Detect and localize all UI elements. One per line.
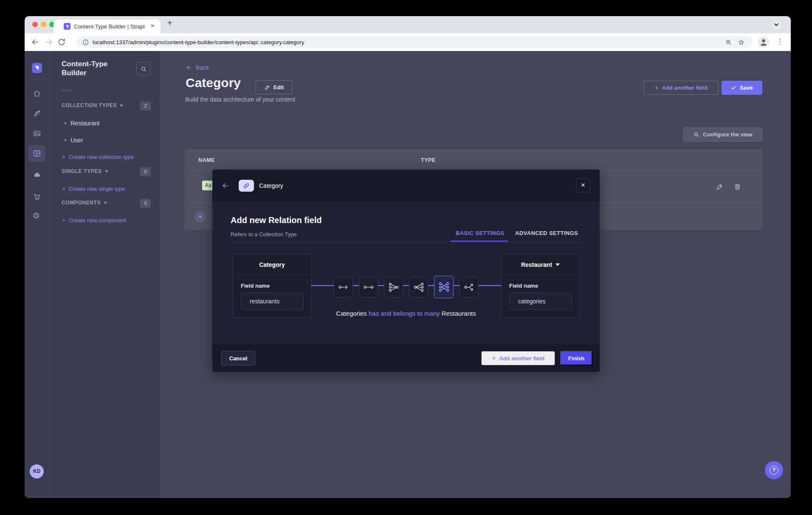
modal-breadcrumb: Category [259,182,283,189]
content-manager-feather-icon[interactable] [33,109,41,118]
chevron-down-icon [555,263,560,266]
browser-tab[interactable]: Content-Type Builder | Strapi ✕ [54,20,161,33]
modal-footer: Cancel + Add another field Finish [212,344,600,372]
save-button[interactable]: Save [722,81,762,95]
chevron-down-icon [104,202,107,204]
help-fab[interactable]: ? [765,461,783,479]
plus-icon: + [654,84,658,92]
cancel-button[interactable]: Cancel [221,351,255,365]
home-icon[interactable] [33,89,41,98]
target-field-label: Field name [509,283,538,289]
bookmark-star-icon[interactable] [738,39,745,46]
sentence-subject: Categories [336,310,367,317]
page-title: Category [186,76,241,90]
minimize-window-button[interactable] [41,22,46,27]
relation-option-one-to-one[interactable] [359,277,378,297]
strapi-logo[interactable] [32,63,42,73]
single-types-count: 0 [140,167,151,176]
forward-icon [44,37,54,47]
browser-tabstrip: Content-Type Builder | Strapi ✕ + [25,16,791,33]
url-text[interactable]: localhost:1337/admin/plugins/content-typ… [93,39,304,45]
plus-icon: + [62,153,65,160]
create-single-type-link[interactable]: +Create new single type [62,185,125,192]
add-another-field-button[interactable]: +Add another field [643,81,719,95]
nav-rail: ⚙ KD [25,51,49,498]
back-icon[interactable] [31,37,40,47]
media-library-icon[interactable] [33,129,41,138]
check-icon [731,85,736,91]
source-field-label: Field name [241,283,270,289]
content-type-builder-nav[interactable] [28,145,45,162]
finish-button[interactable]: Finish [560,351,592,365]
modal-close-button[interactable]: ✕ [576,178,590,192]
source-field-name-input[interactable]: restaurants [241,293,304,310]
address-bar[interactable]: localhost:1337/admin/plugins/content-typ… [76,36,753,48]
configure-view-button[interactable]: Configure the view [683,127,762,141]
reload-icon[interactable] [57,37,66,47]
settings-gear-icon[interactable]: ⚙ [33,212,41,220]
relation-option-one-way[interactable] [334,277,353,297]
relation-link-chip [239,180,254,192]
question-mark-icon: ? [770,466,778,475]
relation-option-many-to-one[interactable] [409,277,428,297]
source-card-title: Category [233,255,311,275]
configure-list-icon [693,131,699,138]
search-icon [141,66,147,72]
search-button[interactable] [136,62,151,76]
tab-title: Content-Type Builder | Strapi [74,23,145,30]
modal-title: Add new Relation field [231,215,321,225]
sentence-object: Restaurants [442,310,476,317]
chevron-down-icon [105,170,108,173]
section-components[interactable]: COMPONENTS [62,200,107,206]
new-tab-button[interactable]: + [167,18,172,28]
edit-button[interactable]: Edit [256,80,293,94]
edit-field-pencil-icon[interactable] [716,183,723,190]
relation-option-one-to-many[interactable] [384,277,403,297]
modal-add-another-field-button[interactable]: + Add another field [481,351,555,365]
one-way-icon [338,282,349,293]
target-field-name-input[interactable]: categories [509,293,572,310]
components-count: 0 [140,199,151,208]
create-component-link[interactable]: +Create new component [62,217,126,224]
bullet-icon [65,139,66,141]
add-field-row-plus-icon[interactable]: + [195,211,206,223]
target-card: Restaurant Field name categories [501,254,580,318]
site-info-icon[interactable] [82,39,89,46]
section-collection-types[interactable]: COLLECTION TYPES [62,102,123,108]
tab-advanced-settings[interactable]: ADVANCED SETTINGS [515,230,578,236]
relation-option-many-way[interactable] [460,277,479,297]
section-single-types[interactable]: SINGLE TYPES [62,168,108,174]
relation-option-many-to-many[interactable] [434,276,454,298]
one-to-many-icon [388,282,399,293]
tab-basic-settings[interactable]: BASIC SETTINGS [456,230,505,236]
modal-back-arrow-icon[interactable] [221,181,230,190]
column-header-type: TYPE [421,157,436,163]
tab-search-chevron-icon[interactable] [771,20,781,30]
browser-toolbar: localhost:1337/admin/plugins/content-typ… [25,33,791,51]
close-icon: ✕ [581,182,586,188]
bullet-icon [65,122,66,124]
page-subtitle: Build the data architecture of your cont… [185,96,295,103]
column-header-name: NAME [198,157,215,163]
many-to-many-icon [438,281,450,293]
one-to-one-icon [363,282,374,293]
delete-field-trash-icon[interactable] [734,183,741,190]
many-way-icon [464,282,475,293]
rail-divider [29,79,45,79]
browser-menu-icon[interactable]: ⋮ [776,37,784,46]
tab-close-icon[interactable]: ✕ [150,23,155,29]
marketplace-cart-icon[interactable] [33,192,41,201]
person-icon [758,37,769,48]
cloud-icon[interactable] [33,170,41,179]
close-window-button[interactable] [32,22,38,27]
sidebar-item-user[interactable]: User [65,137,83,144]
sidebar-item-restaurant[interactable]: Restaurant [65,120,99,127]
zoom-icon[interactable] [725,39,732,46]
browser-profile-avatar[interactable] [758,37,769,48]
target-collection-select[interactable]: Restaurant [502,255,579,275]
arrow-left-icon [186,64,192,71]
user-avatar[interactable]: KD [30,464,44,478]
create-collection-type-link[interactable]: +Create new collection type [62,153,134,160]
browser-window: Content-Type Builder | Strapi ✕ + localh… [25,16,791,498]
back-link[interactable]: Back [186,64,209,71]
